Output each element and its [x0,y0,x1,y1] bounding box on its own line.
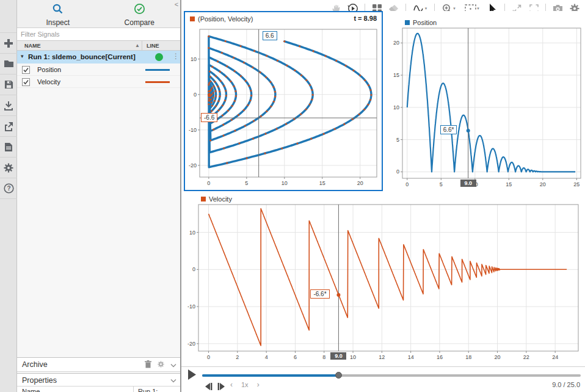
playback-bar: ‹ 1x › 9.0 / 25.0 [181,366,585,392]
y-tick-label: -10 [189,127,197,133]
kebab-menu-icon[interactable]: ⋮ [172,52,180,60]
chevron-collapse-icon[interactable] [170,376,176,385]
x-tick-label: 2 [236,354,239,360]
play-icon[interactable] [187,369,197,382]
playback-speed[interactable]: 1x [241,381,249,388]
phase-plot-legend[interactable]: (Position, Velocity) [190,15,253,23]
save-icon[interactable] [0,74,17,95]
signal-row-velocity[interactable]: Velocity [17,76,180,88]
chevron-down-icon[interactable]: ▾ [21,53,24,59]
speed-increase-icon[interactable]: › [257,380,260,389]
velocity-checkbox[interactable] [22,78,30,89]
column-header-name[interactable]: NAME [24,43,41,49]
collapse-sidebar-chevron[interactable]: < [173,1,180,9]
strip-spacer [0,0,16,33]
y-tick-label: 0 [194,92,197,98]
phase-plot-canvas[interactable]: 05101520-20-10010 [185,12,382,190]
cursor-y-value[interactable]: -6.6 [201,113,217,122]
open-folder-icon[interactable] [0,54,17,74]
check-circle-icon [134,3,145,17]
legend-label: Position [413,19,437,26]
x-tick-label: 15 [506,181,512,187]
filter-signals-row [17,28,180,41]
x-tick-label: 20 [540,181,546,187]
y-tick-label: 0 [192,266,195,272]
y-tick-label: -20 [187,341,195,347]
property-value: Run 1: sldemo_bounce [138,388,180,392]
speed-decrease-icon[interactable]: ‹ [230,380,233,389]
time-slider-handle[interactable] [335,372,342,379]
signal-row-position[interactable]: Position [17,64,180,76]
time-slider-fill [202,374,338,377]
run-label: Run 1: sldemo_bounce[Current] [28,53,136,60]
column-header-line[interactable]: LINE [147,43,159,49]
column-divider [133,387,134,392]
properties-bar[interactable]: Properties [17,373,180,387]
signal-table-header[interactable]: NAME ▲ LINE [17,41,180,51]
add-icon[interactable] [0,33,17,54]
velocity-plot[interactable]: Velocity 024681012141618202224-20-10010-… [184,194,585,366]
step-back-icon[interactable] [205,382,213,392]
legend-label: Velocity [209,195,232,203]
dropdown-caret-icon[interactable]: ▾ [425,6,427,11]
settings-icon[interactable] [0,158,17,178]
report-icon[interactable] [0,137,17,158]
position-checkbox[interactable] [22,65,30,76]
step-forward-icon[interactable] [217,382,225,392]
sort-ascending-icon[interactable]: ▲ [135,43,140,48]
run-status-dot [155,53,163,61]
x-tick-label: 0 [405,181,409,187]
cursor-time-badge[interactable]: 9.0 [330,352,346,360]
chevron-collapse-icon[interactable] [170,361,176,369]
properties-label: Properties [22,376,57,385]
dropdown-caret-icon[interactable]: ▾ [477,6,479,11]
cursor-value[interactable]: -6.6* [310,289,329,299]
phase-plot[interactable]: (Position, Velocity) t = 8.98 05101520-2… [184,11,383,191]
dropdown-caret-icon[interactable]: ▾ [453,6,456,11]
x-tick-label: 12 [379,354,385,360]
velocity-plot-legend[interactable]: Velocity [201,195,232,203]
cursor-time-badge[interactable]: 9.0 [460,180,476,187]
position-plot-legend[interactable]: Position [405,19,437,26]
y-tick-label: 5 [396,137,399,143]
position-plot[interactable]: Position 0510152025051015206.6*9.0 [385,11,585,191]
x-tick-label: 25 [573,181,580,187]
sidebar: Inspect Compare NAME ▲ LINE ▾ Run 1: sld… [17,0,180,392]
import-icon[interactable] [0,95,17,116]
archive-label: Archive [22,360,48,369]
export-icon[interactable] [0,116,17,137]
cursor-x-value[interactable]: 6.6 [263,31,277,40]
archive-bar[interactable]: Archive [17,357,180,372]
y-tick-label: 15 [393,72,399,78]
tab-inspect[interactable]: Inspect [17,0,99,27]
tab-compare-label: Compare [125,18,154,28]
x-tick-label: 8 [322,354,325,360]
y-tick-label: 20 [393,40,399,46]
run-row[interactable]: ▾ Run 1: sldemo_bounce[Current] ⋮ [17,51,180,64]
column-divider[interactable] [142,41,142,51]
cursor-point [467,129,470,132]
legend-swatch [405,20,410,25]
simulation-data-inspector-window: ? Inspect Compare NAME ▲ L [0,0,585,392]
x-tick-label: 22 [523,354,529,360]
position-line-swatch [145,69,170,71]
velocity-plot-canvas[interactable]: 024681012141618202224-20-10010 [184,194,585,366]
trash-icon[interactable] [145,360,151,370]
signal-label: Position [37,66,61,73]
tab-compare[interactable]: Compare [99,0,181,27]
cursor-value[interactable]: 6.6* [440,125,457,134]
help-icon[interactable]: ? [0,178,17,199]
position-plot-canvas[interactable]: 051015202505101520 [385,11,585,191]
x-tick-label: 20 [357,180,363,186]
filter-signals-input[interactable] [17,28,180,40]
velocity-line-swatch [145,81,170,83]
time-slider[interactable] [202,374,581,377]
x-tick-label: 6 [294,354,297,360]
y-tick-label: 10 [393,104,399,111]
x-tick-label: 16 [437,354,443,360]
gear-small-icon[interactable] [158,361,164,369]
x-tick-label: 10 [282,180,288,186]
property-name: Name [22,388,40,392]
x-tick-label: 4 [265,354,268,360]
x-tick-label: 14 [408,354,414,360]
